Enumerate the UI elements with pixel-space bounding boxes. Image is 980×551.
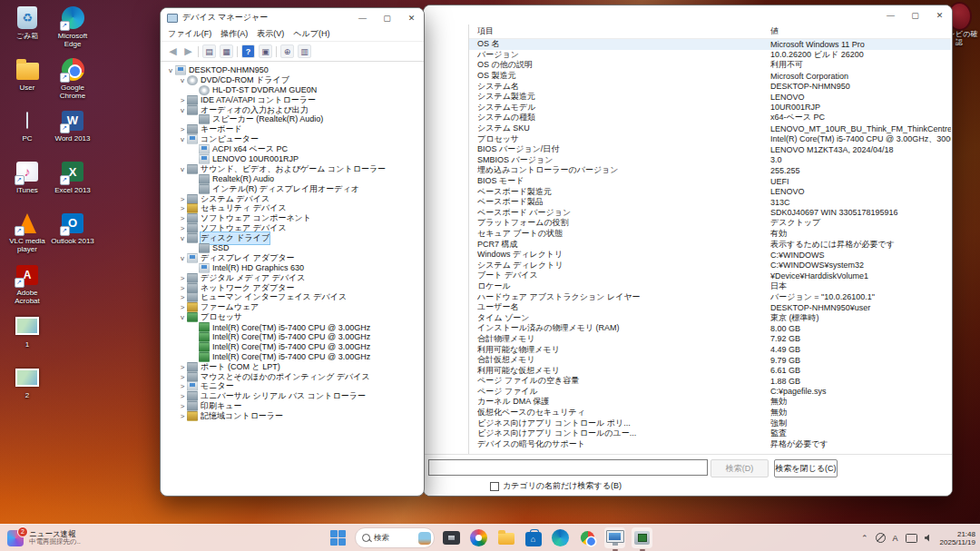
desktop-icon-word-2013[interactable]: W↗Word 2013 xyxy=(49,108,96,143)
chevron-right-icon[interactable]: > xyxy=(178,224,187,232)
table-row[interactable]: 合計物理メモリ7.92 GB xyxy=(469,334,951,345)
table-row[interactable]: ページ ファイルの空き容量1.88 GB xyxy=(469,376,951,387)
menu-file[interactable]: ファイル(F) xyxy=(163,27,216,41)
table-row[interactable]: PCR7 構成表示するためには昇格が必要です xyxy=(469,239,951,250)
table-row[interactable]: タイム ゾーン東京 (標準時) xyxy=(469,312,951,323)
chevron-down-icon[interactable]: v xyxy=(178,313,187,321)
chevron-right-icon[interactable]: > xyxy=(178,363,187,371)
microsoft-store-button[interactable]: ⌂ xyxy=(523,527,544,548)
chevron-down-icon[interactable]: v xyxy=(178,165,187,173)
chevron-right-icon[interactable]: > xyxy=(178,284,187,292)
category-only-checkbox[interactable] xyxy=(490,482,499,491)
table-row[interactable]: ページ ファイルC:¥pagefile.sys xyxy=(469,387,951,398)
column-header-value[interactable]: 値 xyxy=(770,25,951,37)
tree-item[interactable]: vサウンド、ビデオ、およびゲーム コントローラー xyxy=(161,164,424,174)
menu-view[interactable]: 表示(V) xyxy=(252,27,289,41)
chevron-down-icon[interactable]: v xyxy=(178,106,187,114)
table-row[interactable]: バージョン10.0.26200 ビルド 26200 xyxy=(469,50,951,61)
table-row[interactable]: 仮想化ベースのセキュリティ無効 xyxy=(469,408,951,418)
desktop-icon-outlook-2013[interactable]: O↗Outlook 2013 xyxy=(49,211,96,245)
chevron-right-icon[interactable]: > xyxy=(178,125,187,133)
table-row[interactable]: OS 名Microsoft Windows 11 Pro xyxy=(469,39,951,50)
maximize-button[interactable]: ▢ xyxy=(903,5,927,25)
chevron-down-icon[interactable]: v xyxy=(178,76,187,84)
system-information-button[interactable] xyxy=(604,527,625,548)
forward-arrow-icon[interactable]: ▶ xyxy=(182,45,194,57)
chevron-right-icon[interactable]: > xyxy=(178,412,187,420)
touch-keyboard-icon[interactable] xyxy=(906,534,917,543)
minimize-button[interactable]: — xyxy=(878,5,903,25)
news-widget[interactable]: 2 ニュース速報 中電再掘採先の.. xyxy=(7,530,81,546)
table-row[interactable]: ベースボード バージョンSDK0J40697 WIN 3305178195916 xyxy=(469,208,951,219)
taskbar-search-box[interactable]: 検索 xyxy=(355,527,435,548)
desktop-icon-microsoft-edge[interactable]: ↗Microsoft Edge xyxy=(49,5,96,48)
table-row[interactable]: 利用可能な物理メモリ4.49 GB xyxy=(469,344,951,355)
desktop-icon--[interactable]: ♻ごみ箱 xyxy=(4,5,51,40)
desktop-icon-itunes[interactable]: ♪↗iTunes xyxy=(4,160,51,194)
tree-item[interactable]: vプロセッサ xyxy=(161,312,424,322)
chevron-down-icon[interactable]: v xyxy=(178,254,187,262)
desktop-icon-adobe-acrobat[interactable]: A↗Adobe Acrobat xyxy=(4,262,51,305)
chevron-right-icon[interactable]: > xyxy=(178,303,187,311)
table-row[interactable]: ベースボード製品313C xyxy=(469,197,951,208)
tree-item[interactable]: vディスク ドライブ xyxy=(161,233,424,243)
desktop-icon-google-chrome[interactable]: ↗Google Chrome xyxy=(49,57,96,100)
chevron-right-icon[interactable]: > xyxy=(178,382,187,390)
system-information-titlebar[interactable]: — ▢ ✕ xyxy=(424,5,952,25)
table-row[interactable]: ブート デバイス¥Device¥HarddiskVolume1 xyxy=(469,271,951,281)
table-row[interactable]: ベースボード製造元LENOVO xyxy=(469,186,951,197)
chevron-right-icon[interactable]: > xyxy=(178,402,187,410)
file-explorer-button[interactable] xyxy=(495,527,516,548)
tree-item[interactable]: ACPI x64 ベース PC xyxy=(161,144,424,154)
chevron-right-icon[interactable]: > xyxy=(178,195,187,203)
table-row[interactable]: システム製造元LENOVO xyxy=(469,92,951,103)
help-icon[interactable]: ? xyxy=(241,44,255,58)
desktop-icon-user[interactable]: User xyxy=(4,57,51,92)
tree-item[interactable]: Intel(R) Core(TM) i5-7400 CPU @ 3.00GHz xyxy=(161,332,424,342)
table-row[interactable]: 利用可能な仮想メモリ6.61 GB xyxy=(469,365,951,376)
close-search-button[interactable]: 検索を閉じる(C) xyxy=(774,459,838,477)
clock[interactable]: 21:48 2025/11/19 xyxy=(940,530,975,546)
search-input[interactable] xyxy=(428,459,708,476)
desktop-icon-excel-2013[interactable]: X↗Excel 2013 xyxy=(49,160,96,194)
close-button[interactable]: ✕ xyxy=(399,8,424,27)
table-row[interactable]: システムモデル10UR001RJP xyxy=(469,103,951,113)
tree-item[interactable]: vディスプレイ アダプター xyxy=(161,253,424,263)
table-row[interactable]: ビジネス向けアプリ コントロールのユー...監査 xyxy=(469,428,951,439)
properties-icon[interactable]: ▦ xyxy=(220,44,233,58)
tree-item[interactable]: >記憶域コントローラー xyxy=(161,411,424,421)
table-row[interactable]: インストール済みの物理メモリ (RAM)8.00 GB xyxy=(469,323,951,334)
device-manager-titlebar[interactable]: デバイス マネージャー — ▢ ✕ xyxy=(161,8,424,27)
table-row[interactable]: OS の他の説明利用不可 xyxy=(469,60,951,71)
console-tree-icon[interactable]: ▤ xyxy=(202,44,216,58)
update-driver-icon[interactable]: ▥ xyxy=(298,44,311,58)
tree-item[interactable]: vコンピューター xyxy=(161,134,424,144)
chevron-right-icon[interactable]: > xyxy=(178,204,187,212)
maximize-button[interactable]: ▢ xyxy=(375,8,399,27)
close-button[interactable]: ✕ xyxy=(927,5,952,25)
table-row[interactable]: BIOS バージョン/日付LENOVO M1ZKT43A, 2024/04/18 xyxy=(469,144,951,155)
device-properties-icon[interactable]: ▣ xyxy=(259,44,272,58)
ime-indicator[interactable]: A xyxy=(893,534,898,543)
table-row[interactable]: システム SKULENOVO_MT_10UR_BU_Think_FM_Think… xyxy=(469,123,951,134)
table-row[interactable]: BIOS モードUEFI xyxy=(469,176,951,187)
table-row[interactable]: SMBIOS バージョン3.0 xyxy=(469,155,951,166)
chrome-button[interactable] xyxy=(577,527,598,548)
table-header[interactable]: 項目 値 xyxy=(469,25,951,39)
scan-hardware-changes-icon[interactable]: ⊕ xyxy=(280,44,294,58)
table-row[interactable]: Windows ディレクトリC:¥WINDOWS xyxy=(469,250,951,261)
menu-help[interactable]: ヘルプ(H) xyxy=(289,27,334,41)
location-off-icon[interactable] xyxy=(876,533,886,543)
table-row[interactable]: システムの種類x64-ベース PC xyxy=(469,113,951,123)
photos-button[interactable] xyxy=(468,527,489,548)
chevron-down-icon[interactable]: v xyxy=(178,135,187,143)
edge-button[interactable] xyxy=(550,527,571,548)
table-row[interactable]: デバイスの暗号化のサポート昇格が必要です xyxy=(469,439,951,450)
hidden-icons-chevron-icon[interactable]: ⌃ xyxy=(861,534,868,543)
tree-item[interactable]: vDVD/CD-ROM ドライブ xyxy=(161,75,424,85)
table-row[interactable]: システム名DESKTOP-NHMN950 xyxy=(469,81,951,92)
chevron-right-icon[interactable]: > xyxy=(178,96,187,104)
chevron-right-icon[interactable]: > xyxy=(178,392,187,400)
menu-action[interactable]: 操作(A) xyxy=(216,27,252,41)
table-row[interactable]: プラットフォームの役割デスクトップ xyxy=(469,218,951,229)
